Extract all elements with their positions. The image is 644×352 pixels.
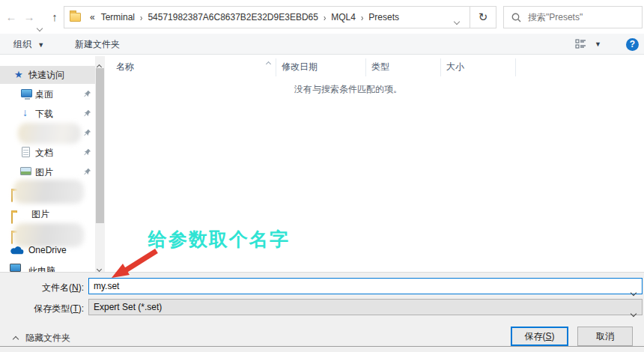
sidebar-item-downloads[interactable]: ↓ 下载 bbox=[0, 105, 95, 123]
savetype-select[interactable]: Expert Set (*.set) bbox=[88, 299, 643, 315]
list-view-icon bbox=[575, 38, 587, 50]
forward-icon[interactable]: → bbox=[21, 6, 37, 28]
change-view-button[interactable]: ▼ bbox=[575, 38, 605, 50]
back-icon[interactable]: ← bbox=[3, 6, 19, 28]
sidebar-item-desktop[interactable]: 桌面 bbox=[0, 85, 95, 103]
dialog-footer: 隐藏文件夹 保存(S) 取消 bbox=[0, 321, 644, 351]
pin-icon bbox=[84, 109, 91, 117]
column-header-date-modified[interactable]: 修改日期 bbox=[282, 61, 318, 73]
pin-icon bbox=[84, 148, 91, 156]
cancel-button[interactable]: 取消 bbox=[577, 327, 633, 346]
breadcrumb-terminal[interactable]: Terminal bbox=[98, 12, 138, 22]
command-toolbar: 组织 ▼ 新建文件夹 ▼ ? bbox=[0, 34, 644, 55]
save-label-pre: 保存( bbox=[524, 331, 545, 342]
breadcrumb-separator-icon: › bbox=[321, 12, 328, 22]
sidebar-item-label: 快速访问 bbox=[28, 66, 64, 84]
address-dropdown-chevron-icon[interactable] bbox=[455, 16, 459, 26]
pin-icon bbox=[84, 90, 91, 97]
sidebar-item-label: 下载 bbox=[35, 105, 53, 123]
up-icon[interactable]: ↑ bbox=[46, 6, 63, 28]
save-button[interactable]: 保存(S) bbox=[511, 327, 568, 346]
navigation-pane: ★ 快速访问 桌面 ↓ 下载 文档 图片 bbox=[0, 56, 105, 272]
search-icon bbox=[511, 13, 521, 22]
view-dropdown-icon: ▼ bbox=[595, 40, 601, 48]
sidebar-item-this-pc[interactable]: 此电脑 bbox=[0, 261, 95, 272]
refresh-button[interactable]: ↻ bbox=[470, 6, 496, 28]
annotation-text: 给参数取个名字 bbox=[148, 227, 290, 252]
column-divider[interactable] bbox=[440, 58, 441, 76]
hide-folders-label: 隐藏文件夹 bbox=[25, 333, 70, 343]
organize-dropdown-icon: ▼ bbox=[37, 41, 44, 49]
column-divider[interactable] bbox=[365, 58, 366, 76]
scrollbar-thumb[interactable] bbox=[96, 68, 104, 223]
column-divider[interactable] bbox=[276, 58, 276, 76]
sidebar-item-documents[interactable]: 文档 bbox=[0, 144, 95, 162]
filename-input[interactable]: my.set bbox=[88, 278, 643, 294]
organize-button[interactable]: 组织 ▼ bbox=[13, 34, 44, 55]
column-divider[interactable] bbox=[515, 58, 516, 76]
savetype-label: 保存类型(T): bbox=[3, 303, 84, 315]
folder-icon bbox=[70, 13, 81, 22]
pictures-icon bbox=[20, 167, 31, 175]
organize-label: 组织 bbox=[13, 39, 31, 49]
cancel-label: 取消 bbox=[596, 331, 614, 342]
save-label-hotkey: S bbox=[545, 331, 551, 342]
breadcrumb-separator-icon: › bbox=[138, 12, 145, 22]
downloads-icon: ↓ bbox=[22, 108, 28, 117]
annotation-arrow-icon bbox=[106, 244, 166, 283]
desktop-icon bbox=[21, 89, 32, 97]
save-file-dialog: ← → ↑ « Terminal › 54571982387A6C8637B2E… bbox=[0, 0, 644, 352]
savetype-label-post: ): bbox=[79, 303, 84, 314]
breadcrumb-account-id[interactable]: 54571982387A6C8637B2E32D9E3EBD65 bbox=[145, 12, 321, 22]
address-bar[interactable]: « Terminal › 54571982387A6C8637B2E32D9E3… bbox=[64, 6, 470, 28]
window-bottom-border bbox=[0, 346, 644, 347]
breadcrumb: « Terminal › 54571982387A6C8637B2E32D9E3… bbox=[87, 12, 402, 22]
search-box[interactable]: 搜索"Presets" bbox=[503, 6, 643, 28]
sort-ascending-icon bbox=[267, 58, 270, 68]
pin-icon bbox=[84, 168, 91, 175]
column-header-size[interactable]: 大小 bbox=[446, 61, 464, 73]
address-row: ← → ↑ « Terminal › 54571982387A6C8637B2E… bbox=[0, 6, 644, 28]
help-icon: ? bbox=[630, 39, 635, 49]
new-folder-button[interactable]: 新建文件夹 bbox=[75, 34, 120, 55]
savetype-value: Expert Set (*.set) bbox=[94, 302, 162, 312]
sidebar-item-quick-access[interactable]: ★ 快速访问 bbox=[0, 66, 95, 84]
redaction-blur bbox=[18, 123, 81, 144]
breadcrumb-collapsed[interactable]: « bbox=[87, 12, 98, 22]
sidebar-item-label: 图片 bbox=[31, 205, 49, 223]
help-button[interactable]: ? bbox=[626, 38, 639, 51]
breadcrumb-separator-icon: › bbox=[359, 12, 365, 22]
filename-label-post: ): bbox=[79, 282, 84, 293]
sidebar-item-pictures[interactable]: 图片 bbox=[0, 163, 95, 181]
column-headers: 名称 修改日期 类型 大小 bbox=[105, 57, 644, 76]
this-pc-icon bbox=[10, 264, 21, 272]
savetype-dropdown-chevron-icon[interactable] bbox=[631, 306, 636, 321]
sidebar-item-label: 此电脑 bbox=[28, 262, 55, 272]
savetype-label-hotkey: T bbox=[73, 303, 78, 314]
savetype-label-pre: 保存类型( bbox=[34, 303, 73, 314]
quick-access-star-icon: ★ bbox=[14, 66, 23, 84]
collapse-icon bbox=[13, 336, 19, 342]
sidebar-scrollbar[interactable] bbox=[95, 56, 105, 273]
filename-label: 文件名(N): bbox=[3, 282, 84, 294]
sidebar-item-redacted[interactable] bbox=[0, 124, 95, 142]
pin-icon bbox=[84, 129, 91, 136]
breadcrumb-mql4[interactable]: MQL4 bbox=[328, 12, 359, 22]
sidebar-item-label: 文档 bbox=[35, 144, 53, 162]
sidebar-item-pictures-folder[interactable]: 图片 bbox=[0, 205, 95, 223]
sidebar-item-label: 桌面 bbox=[35, 85, 53, 103]
breadcrumb-presets[interactable]: Presets bbox=[365, 12, 402, 22]
save-label-post: ) bbox=[552, 331, 555, 342]
new-folder-label: 新建文件夹 bbox=[75, 39, 120, 49]
refresh-icon: ↻ bbox=[479, 10, 488, 23]
redaction-blur bbox=[13, 180, 84, 204]
hide-folders-button[interactable]: 隐藏文件夹 bbox=[13, 332, 70, 345]
column-header-name[interactable]: 名称 bbox=[116, 61, 134, 73]
column-header-type[interactable]: 类型 bbox=[371, 61, 389, 73]
sidebar-item-label: OneDrive bbox=[28, 241, 67, 259]
filename-label-pre: 文件名( bbox=[42, 282, 72, 293]
sidebar-item-redacted-folder[interactable] bbox=[0, 181, 95, 204]
sidebar-item-label: 图片 bbox=[35, 163, 53, 181]
filename-dropdown-chevron-icon[interactable] bbox=[631, 285, 636, 300]
sidebar-item-onedrive[interactable]: OneDrive bbox=[0, 241, 95, 259]
